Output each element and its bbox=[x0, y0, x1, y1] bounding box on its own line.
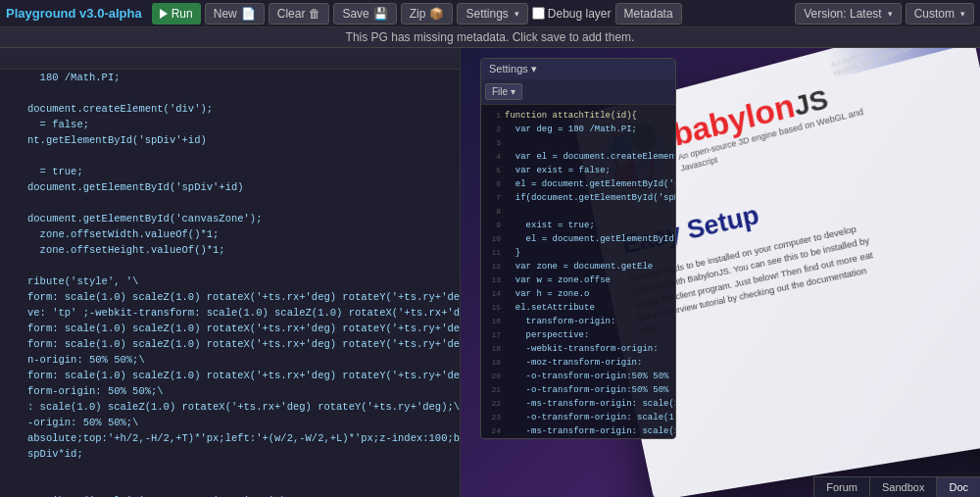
settings-button[interactable]: Settings ▾ bbox=[457, 3, 527, 25]
inner-code-line: 15 el.setAttribute bbox=[485, 301, 671, 315]
code-line: = false; bbox=[0, 117, 460, 132]
inner-code-line: 5 var exist = false; bbox=[485, 164, 671, 177]
preview-area[interactable]: 60 fps Settings ▾ File ▾ 1function attac… bbox=[461, 48, 980, 497]
inner-code-line: 1function attachTitle(id){ bbox=[485, 109, 671, 123]
code-line: document.getElementById('canvasZone'); bbox=[0, 211, 460, 226]
inner-code-line: 18 -webkit-transform-origin: bbox=[485, 342, 671, 356]
code-line bbox=[0, 195, 460, 211]
settings-header: Settings ▾ bbox=[481, 59, 675, 79]
inner-code-line: 8 bbox=[485, 205, 671, 219]
inner-code-line: 22 -ms-transform-origin: scale(1.0) Scal… bbox=[485, 397, 671, 411]
code-line: form: scale(1.0) scaleZ(1.0) rotateX('+t… bbox=[0, 289, 460, 305]
code-content[interactable]: 180 /Math.PI;document.createElement('div… bbox=[0, 70, 460, 497]
inner-code-line: 16 transform-origin: bbox=[485, 315, 671, 328]
code-editor[interactable]: 180 /Math.PI;document.createElement('div… bbox=[0, 48, 461, 497]
inner-code-line: 17 perspective: bbox=[485, 328, 671, 342]
main-area: 180 /Math.PI;document.createElement('div… bbox=[0, 48, 980, 497]
code-line bbox=[0, 462, 460, 477]
code-line: zone.offsetHeight.valueOf()*1; bbox=[0, 242, 460, 258]
code-line: form: scale(1.0) scaleZ(1.0) rotateX('+t… bbox=[0, 321, 460, 336]
code-line: nt.getElementById('spDiv'+id) bbox=[0, 132, 460, 148]
notification-bar: This PG has missing metadata. Click save… bbox=[0, 27, 980, 48]
sandbox-tab[interactable]: Sandbox bbox=[869, 476, 936, 497]
code-line: absolute;top:'+h/2,-H/2,+T)*'px;left:'+(… bbox=[0, 430, 460, 446]
settings-toolbar: File ▾ bbox=[481, 79, 675, 105]
code-line: document.getElementById('spDiv'+id) bbox=[0, 179, 460, 195]
version-button[interactable]: Version: Latest ▾ bbox=[795, 3, 901, 25]
code-line: spDiv*id; bbox=[0, 446, 460, 462]
toolbar: Playground v3.0-alpha Run New 📄 Clear 🗑 … bbox=[0, 0, 980, 27]
code-line: = true; bbox=[0, 164, 460, 179]
code-line bbox=[0, 477, 460, 493]
forum-tab[interactable]: Forum bbox=[813, 476, 869, 497]
code-line bbox=[0, 148, 460, 164]
inner-code-line: 3 bbox=[485, 136, 671, 150]
debug-layer-input[interactable] bbox=[532, 7, 545, 20]
code-line: zone.offsetWidth.valueOf()*1; bbox=[0, 226, 460, 242]
zip-button[interactable]: Zip 📦 bbox=[401, 3, 454, 25]
code-line: -origin: 50% 50%;\ bbox=[0, 415, 460, 430]
save-button[interactable]: Save 💾 bbox=[333, 3, 396, 25]
inner-code-line: 10 el = document.getElementById bbox=[485, 232, 671, 246]
custom-button[interactable]: Custom ▾ bbox=[906, 3, 974, 25]
file-button[interactable]: File ▾ bbox=[485, 83, 522, 100]
code-line: form-origin: 50% 50%;\ bbox=[0, 383, 460, 399]
code-line: document.createElement('div'); bbox=[0, 101, 460, 117]
inner-code-line: 14 var h = zone.o bbox=[485, 287, 671, 301]
inner-code-line: 9 exist = true; bbox=[485, 219, 671, 232]
inner-code-line: 11 } bbox=[485, 246, 671, 260]
code-line: 180 /Math.PI; bbox=[0, 70, 460, 85]
inner-code-line: 24 -ms-transform-origin: scale(1.0) Scal… bbox=[485, 424, 671, 438]
doc-tab[interactable]: Doc bbox=[936, 476, 980, 497]
code-line: ve: 'tp' ;-webkit-transform: scale(1.0) … bbox=[0, 305, 460, 321]
metadata-button[interactable]: Metadata bbox=[615, 3, 682, 25]
code-line: n-origin: 50% 50%;\ bbox=[0, 352, 460, 368]
inner-code-line: 20 -o-transform-origin:50% 50% bbox=[485, 370, 671, 383]
code-line: : scale(1.0) scaleZ(1.0) rotateX('+ts.rx… bbox=[0, 399, 460, 415]
inner-code-line: 21 -o-transform-origin:50% 50% bbox=[485, 383, 671, 397]
code-line: form: scale(1.0) scaleZ(1.0) rotateX('+t… bbox=[0, 336, 460, 352]
inner-code-line: 7 if(document.getElementById('spDiv'+id) bbox=[485, 191, 671, 205]
code-line bbox=[0, 85, 460, 101]
inner-code-line: 6 el = document.getElementById('spDiv'+i… bbox=[485, 177, 671, 191]
settings-panel: Settings ▾ File ▾ 1function attachTitle(… bbox=[480, 58, 676, 439]
new-button[interactable]: New 📄 bbox=[205, 3, 265, 25]
inner-code-line: 13 var w = zone.offse bbox=[485, 273, 671, 287]
inner-code-line: 19 -moz-transform-origin: bbox=[485, 356, 671, 370]
clear-button[interactable]: Clear 🗑 bbox=[269, 3, 330, 25]
inner-code-line: 12 var zone = document.getEle bbox=[485, 260, 671, 273]
play-icon bbox=[160, 9, 168, 19]
run-button[interactable]: Run bbox=[152, 3, 201, 25]
editor-toolbar bbox=[0, 48, 460, 70]
code-line: form: scale(1.0) scaleZ(1.0) rotateX('+t… bbox=[0, 368, 460, 383]
brand-title: Playground v3.0-alpha bbox=[6, 6, 142, 21]
inner-code-panel: 1function attachTitle(id){2 var deg = 18… bbox=[481, 105, 675, 438]
inner-code-line: 4 var el = document.createElement('div')… bbox=[485, 150, 671, 164]
debug-layer-checkbox[interactable]: Debug layer bbox=[532, 7, 612, 21]
inner-code-line: 2 var deg = 180 /Math.PI; bbox=[485, 123, 671, 136]
inner-code-line: 23 -o-transform-origin: scale(1.0) Scale… bbox=[485, 411, 671, 424]
code-line bbox=[0, 258, 460, 273]
code-line: Attribute('style','-o-perspective: '+p+'… bbox=[0, 493, 460, 497]
bottom-tabs: Forum Sandbox Doc bbox=[813, 476, 980, 497]
code-line: ribute('style', '\ bbox=[0, 273, 460, 289]
